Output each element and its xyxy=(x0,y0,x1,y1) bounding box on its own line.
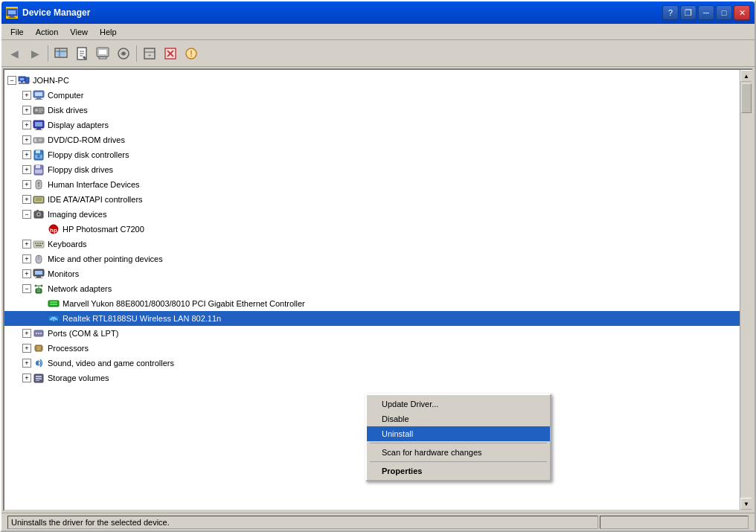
network-label: Network adapters xyxy=(48,284,112,293)
tree-item-mice[interactable]: + Mice and other pointing devices xyxy=(4,251,740,266)
svg-point-76 xyxy=(38,257,40,260)
root-icon xyxy=(18,74,30,86)
ports-label: Ports (COM & LPT) xyxy=(48,329,118,338)
storage-label: Storage volumes xyxy=(48,374,109,382)
mice-icon xyxy=(33,253,45,265)
tree-item-marvell[interactable]: Marvell Yukon 88E8001/8003/8010 PCI Giga… xyxy=(4,296,740,311)
tree-item-processors[interactable]: + Processors xyxy=(4,341,740,356)
tree-item-ide[interactable]: + IDE ATA/ATAPI controllers xyxy=(4,192,740,207)
ctx-update-driver[interactable]: Update Driver... xyxy=(367,397,550,411)
ide-label: IDE ATA/ATAPI controllers xyxy=(48,195,143,204)
disk-expand[interactable]: + xyxy=(22,106,31,115)
toolbar-btn-3[interactable] xyxy=(93,44,112,63)
disk-icon xyxy=(33,104,45,116)
imaging-expand[interactable]: − xyxy=(22,210,31,219)
computer-expand[interactable]: + xyxy=(22,91,31,100)
keyboards-label: Keyboards xyxy=(48,240,87,249)
tree-item-floppy-drives[interactable]: + Floppy disk drives xyxy=(4,162,740,177)
back-button[interactable]: ◀ xyxy=(4,44,24,63)
toolbar-btn-5[interactable]: + xyxy=(140,44,159,63)
dvd-icon xyxy=(33,134,45,146)
help-button[interactable]: ? xyxy=(662,5,679,20)
svg-rect-69 xyxy=(35,243,36,244)
minimize-button[interactable]: ─ xyxy=(698,5,714,20)
svg-rect-43 xyxy=(36,128,41,129)
tree-item-monitors[interactable]: + Monitors xyxy=(4,266,740,281)
tree-item-hid[interactable]: + Human Interface Devices xyxy=(4,177,740,192)
tree-item-storage[interactable]: + Storage volumes xyxy=(4,371,740,385)
tree-item-dvd[interactable]: + DVD/CD-ROM drives xyxy=(4,132,740,147)
svg-rect-53 xyxy=(36,165,40,168)
display-expand[interactable]: + xyxy=(22,121,31,129)
forward-button[interactable]: ▶ xyxy=(25,44,45,63)
maximize-button[interactable]: □ xyxy=(716,5,732,20)
tree-item-realtek[interactable]: Realtek RTL8188SU Wireless LAN 802.11n xyxy=(4,311,740,326)
floppy-ctrl-label: Floppy disk controllers xyxy=(48,150,129,159)
tree-item-ports[interactable]: + Ports (COM & LPT) xyxy=(4,326,740,341)
svg-rect-16 xyxy=(99,50,106,54)
svg-rect-46 xyxy=(34,138,36,142)
svg-rect-98 xyxy=(36,346,41,350)
status-panel-2 xyxy=(600,516,749,529)
hid-expand[interactable]: + xyxy=(22,180,31,189)
svg-rect-73 xyxy=(36,245,42,246)
tree-item-imaging[interactable]: − Imaging devices xyxy=(4,207,740,222)
toolbar-btn-7[interactable]: ! xyxy=(182,44,201,63)
mice-expand[interactable]: + xyxy=(22,254,31,263)
monitors-expand[interactable]: + xyxy=(22,269,31,278)
scroll-thumb[interactable] xyxy=(741,83,752,113)
display-icon xyxy=(33,119,45,131)
svg-rect-49 xyxy=(36,150,40,153)
tree-item-display[interactable]: + Display adapters xyxy=(4,118,740,132)
ctx-uninstall[interactable]: Uninstall xyxy=(367,426,550,441)
ctx-separator-2 xyxy=(370,461,547,462)
keyboards-expand[interactable]: + xyxy=(22,240,31,249)
tree-item-network[interactable]: − Network adapters xyxy=(4,281,740,296)
tree-item-keyboards[interactable]: + Keyboards xyxy=(4,237,740,251)
tree-root[interactable]: − JOHN-PC xyxy=(4,73,740,88)
close-button[interactable]: ✕ xyxy=(734,5,750,20)
floppy-ctrl-expand[interactable]: + xyxy=(22,150,31,159)
svg-marker-105 xyxy=(36,360,39,366)
menu-action[interactable]: Action xyxy=(30,26,65,38)
root-expand-icon[interactable]: − xyxy=(7,76,16,85)
menu-file[interactable]: File xyxy=(4,26,30,38)
device-manager-window: Device Manager ? ❐ ─ □ ✕ File Action Vie… xyxy=(0,0,756,532)
processors-expand[interactable]: + xyxy=(22,344,31,353)
svg-rect-38 xyxy=(39,109,43,109)
svg-rect-83 xyxy=(37,291,40,292)
toolbar-btn-6[interactable] xyxy=(161,44,180,63)
ide-expand[interactable]: + xyxy=(22,195,31,204)
sound-expand[interactable]: + xyxy=(22,359,31,368)
svg-rect-65 xyxy=(36,210,39,212)
tree-item-floppy-ctrl[interactable]: + Floppy disk controllers xyxy=(4,147,740,162)
svg-rect-79 xyxy=(36,276,41,278)
network-expand[interactable]: − xyxy=(22,284,31,293)
ctx-disable[interactable]: Disable xyxy=(367,411,550,426)
tree-item-sound[interactable]: + Sound, video and game controllers xyxy=(4,356,740,371)
status-panel: Uninstalls the driver for the selected d… xyxy=(7,516,598,529)
svg-point-18 xyxy=(122,52,125,55)
tree-item-disk[interactable]: + Disk drives xyxy=(4,103,740,118)
scrollbar[interactable]: ▲ ▼ xyxy=(740,70,752,510)
restore-button[interactable]: ❐ xyxy=(680,5,696,20)
dvd-expand[interactable]: + xyxy=(22,135,31,144)
storage-expand[interactable]: + xyxy=(22,374,31,382)
toolbar-btn-1[interactable] xyxy=(51,44,71,63)
toolbar-btn-2[interactable] xyxy=(72,44,92,63)
ctx-scan[interactable]: Scan for hardware changes xyxy=(367,445,550,460)
menu-help[interactable]: Help xyxy=(94,26,123,38)
scroll-down-button[interactable]: ▼ xyxy=(740,498,752,510)
scroll-up-button[interactable]: ▲ xyxy=(740,70,752,82)
tree-item-computer[interactable]: + Computer xyxy=(4,88,740,103)
network-icon xyxy=(33,283,45,295)
marvell-icon xyxy=(48,298,60,310)
menu-view[interactable]: View xyxy=(64,26,94,38)
svg-rect-35 xyxy=(35,99,42,100)
toolbar-btn-4[interactable] xyxy=(114,44,133,63)
floppy-drives-expand[interactable]: + xyxy=(22,165,31,174)
ports-expand[interactable]: + xyxy=(22,329,31,338)
floppy-drives-icon xyxy=(33,164,45,176)
ctx-properties[interactable]: Properties xyxy=(367,464,550,478)
tree-item-hp[interactable]: hp HP Photosmart C7200 xyxy=(4,222,740,237)
